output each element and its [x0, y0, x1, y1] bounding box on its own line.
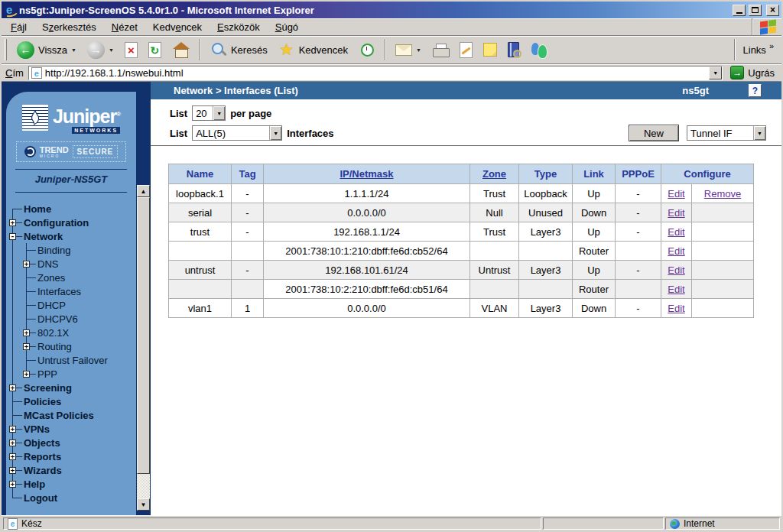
expand-icon[interactable]: +: [23, 329, 30, 336]
research-button[interactable]: [503, 41, 524, 59]
expand-icon[interactable]: +: [9, 384, 16, 391]
maximize-button[interactable]: [749, 5, 762, 16]
scrollbar-track[interactable]: [137, 197, 150, 498]
expand-icon[interactable]: +: [23, 343, 30, 350]
edit-link[interactable]: Edit: [668, 264, 684, 276]
edit-link[interactable]: Edit: [668, 226, 684, 238]
menu-szerkesztés[interactable]: Szerkesztés: [34, 19, 104, 35]
favorites-button[interactable]: Kedvencek: [274, 40, 353, 60]
sidebar-item-mcast-policies[interactable]: MCast Policies: [6, 408, 136, 422]
new-button[interactable]: New: [629, 125, 679, 141]
sidebar-item-vpns[interactable]: +VPNs: [6, 422, 136, 436]
edit-button[interactable]: [455, 41, 477, 60]
collapse-icon[interactable]: -: [9, 233, 16, 240]
edit-link[interactable]: Edit: [668, 284, 684, 295]
sidebar-item-dhcp[interactable]: DHCP: [6, 298, 136, 312]
dropdown-arrow-icon[interactable]: ▼: [753, 126, 765, 140]
home-button[interactable]: [167, 41, 195, 59]
sidebar-item-label: MCast Policies: [24, 410, 94, 421]
forward-button[interactable]: ▼: [83, 40, 119, 60]
sidebar-item-routing[interactable]: +Routing: [6, 339, 136, 353]
interface-type-select[interactable]: Tunnel IF ▼: [687, 125, 766, 141]
zone-sort-link[interactable]: Zone: [482, 168, 506, 180]
remove-link[interactable]: Remove: [704, 188, 741, 200]
sidebar-item-untrust-failover[interactable]: Untrust Failover: [6, 353, 136, 367]
back-dropdown-icon[interactable]: ▼: [71, 47, 76, 53]
history-button[interactable]: [354, 40, 380, 60]
sidebar-item-logout[interactable]: Logout: [6, 491, 136, 504]
help-button[interactable]: ?: [749, 84, 762, 97]
sidebar-item-network[interactable]: -Network: [6, 229, 136, 243]
dropdown-arrow-icon[interactable]: ▼: [213, 106, 225, 120]
edit-link[interactable]: Edit: [668, 207, 684, 219]
minimize-button[interactable]: [733, 5, 746, 16]
sidebar-item-wizards[interactable]: +Wizards: [6, 463, 136, 477]
expand-icon[interactable]: +: [9, 440, 16, 446]
menu-nézet[interactable]: Nézet: [104, 19, 145, 35]
sidebar-item-802-1x[interactable]: +802.1X: [6, 326, 136, 339]
toolbar-grip[interactable]: [5, 39, 7, 60]
expand-icon[interactable]: +: [23, 371, 30, 378]
dropdown-arrow-icon[interactable]: ▼: [269, 126, 281, 140]
ip-netmask-sort-link[interactable]: IP/Netmask: [340, 168, 393, 180]
forward-icon: [87, 41, 105, 59]
cell-edit: Edit: [661, 222, 692, 242]
address-dropdown-icon[interactable]: ▼: [709, 66, 722, 79]
forward-dropdown-icon[interactable]: ▼: [109, 47, 114, 53]
discuss-button[interactable]: [479, 41, 502, 58]
go-button[interactable]: → Ugrás: [727, 66, 778, 79]
scroll-down-icon[interactable]: ▼: [137, 498, 150, 511]
sidebar-item-configuration[interactable]: +Configuration: [6, 216, 136, 229]
scrollbar-thumb[interactable]: [137, 197, 150, 474]
sidebar-item-binding[interactable]: Binding: [6, 243, 136, 257]
sidebar-item-zones[interactable]: Zones: [6, 271, 136, 284]
table-row: 2001:738:10:2:210:dbff:fe6d:cb51/64Route…: [169, 280, 754, 299]
sidebar-item-home[interactable]: Home: [6, 202, 136, 216]
links-bar[interactable]: Links »: [734, 39, 778, 60]
sidebar-item-dhcpv6[interactable]: DHCPV6: [6, 312, 136, 326]
sidebar-scrollbar[interactable]: ▲ ▼: [137, 185, 150, 511]
stop-button[interactable]: [120, 41, 142, 60]
scroll-up-icon[interactable]: ▲: [137, 185, 150, 197]
sidebar-item-policies[interactable]: Policies: [6, 394, 136, 408]
sidebar-item-ppp[interactable]: +PPP: [6, 367, 136, 381]
address-input[interactable]: http://192.168.1.1/nswebui.html ▼: [28, 66, 723, 80]
expand-icon[interactable]: +: [9, 467, 16, 474]
edit-link[interactable]: Edit: [668, 188, 684, 200]
interface-filter-select[interactable]: ALL(5) ▼: [192, 125, 282, 141]
table-row: vlan110.0.0.0/0VLANLayer3Down-Edit: [169, 299, 754, 318]
menu-kedvencek[interactable]: Kedvencek: [145, 19, 210, 35]
search-button[interactable]: Keresés: [206, 40, 272, 60]
sidebar-item-interfaces[interactable]: Interfaces: [6, 284, 136, 298]
menu-súgó[interactable]: Súgó: [268, 19, 306, 35]
cell-ip: 1.1.1.1/24: [264, 184, 470, 203]
mail-dropdown-icon[interactable]: ▼: [416, 47, 421, 53]
header-configure: Configure: [661, 164, 754, 184]
expand-icon[interactable]: +: [9, 219, 16, 226]
tree-dash: [16, 222, 22, 223]
refresh-button[interactable]: [144, 41, 166, 60]
per-page-select[interactable]: 20 ▼: [192, 105, 226, 121]
sidebar-item-reports[interactable]: +Reports: [6, 449, 136, 463]
messenger-button[interactable]: [525, 41, 552, 59]
cell-tag: [232, 242, 264, 261]
sidebar-item-dns[interactable]: +DNS: [6, 257, 136, 271]
links-chevron-icon[interactable]: »: [769, 41, 774, 50]
print-button[interactable]: [427, 42, 453, 58]
expand-icon[interactable]: +: [9, 426, 16, 433]
expand-icon[interactable]: +: [9, 481, 16, 488]
edit-link[interactable]: Edit: [668, 245, 684, 257]
back-button[interactable]: Vissza ▼: [12, 40, 81, 60]
mail-button[interactable]: ▼: [391, 43, 426, 57]
sidebar-item-screening[interactable]: +Screening: [6, 381, 136, 394]
sidebar-item-label: Configuration: [24, 217, 89, 229]
expand-icon[interactable]: +: [23, 261, 30, 268]
edit-link[interactable]: Edit: [668, 303, 684, 314]
status-text: Kész: [21, 518, 42, 529]
sidebar-item-help[interactable]: +Help: [6, 477, 136, 491]
menu-eszközök[interactable]: Eszközök: [210, 19, 268, 35]
expand-icon[interactable]: +: [9, 453, 16, 460]
menu-fájl[interactable]: Fájl: [3, 19, 34, 35]
sidebar-item-objects[interactable]: +Objects: [6, 436, 136, 449]
close-button[interactable]: ×: [766, 5, 779, 16]
